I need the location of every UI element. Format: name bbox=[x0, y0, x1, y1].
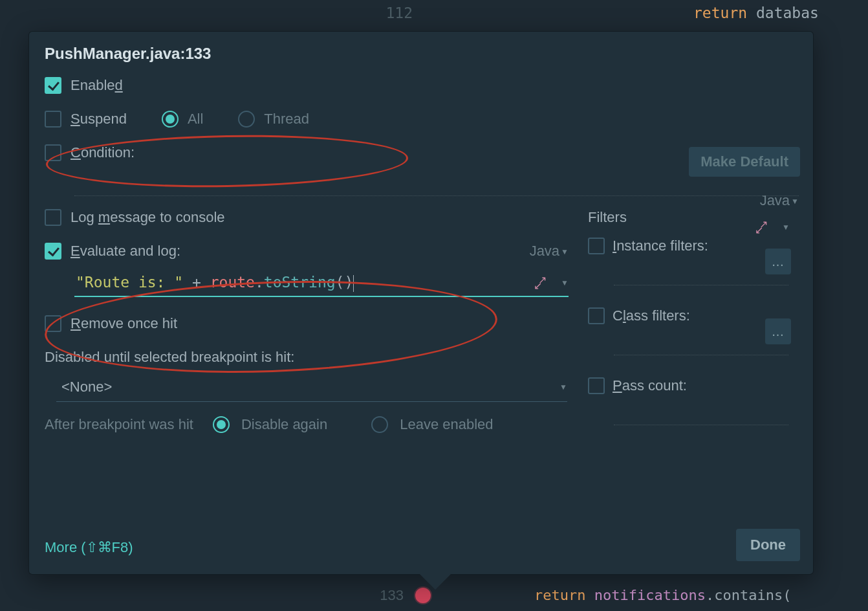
disable-again-label: Disable again bbox=[241, 416, 327, 433]
disabled-until-select[interactable]: <None> ▼ bbox=[56, 373, 567, 402]
expand-icon[interactable] bbox=[534, 276, 547, 289]
ellipsis-button[interactable]: … bbox=[765, 249, 791, 274]
pass-count-input[interactable] bbox=[614, 402, 788, 425]
evaluate-log-checkbox[interactable] bbox=[45, 243, 61, 260]
eval-language-dropdown[interactable]: Java▼ bbox=[530, 243, 569, 260]
line-number: 133 bbox=[374, 580, 404, 611]
pass-count-label: Pass count: bbox=[613, 377, 687, 394]
remove-once-hit-checkbox[interactable] bbox=[45, 315, 61, 332]
ellipsis-button[interactable]: … bbox=[765, 318, 791, 344]
instance-filters-label: Instance filters: bbox=[613, 238, 708, 254]
expand-icon[interactable] bbox=[755, 221, 768, 234]
disable-again-radio[interactable] bbox=[213, 416, 230, 433]
chevron-down-icon[interactable]: ▼ bbox=[782, 223, 790, 232]
line-number: 112 bbox=[374, 0, 413, 26]
after-hit-label: After breakpoint was hit bbox=[45, 416, 193, 433]
disabled-until-label: Disabled until selected breakpoint is hi… bbox=[45, 349, 569, 366]
class-filters-input[interactable]: … bbox=[614, 332, 788, 355]
leave-enabled-label: Leave enabled bbox=[400, 416, 493, 433]
more-link[interactable]: More (⇧⌘F8) bbox=[45, 539, 133, 556]
breakpoint-icon[interactable] bbox=[415, 588, 431, 603]
breakpoint-dialog: PushManager.java:133 Enabled Suspend All… bbox=[28, 31, 814, 575]
evaluate-log-label: Evaluate and log: bbox=[71, 243, 180, 260]
log-message-checkbox[interactable] bbox=[45, 209, 61, 226]
condition-input[interactable] bbox=[74, 173, 799, 196]
instance-filters-checkbox[interactable] bbox=[588, 238, 605, 254]
enabled-label: Enabled bbox=[71, 77, 123, 94]
suspend-label: Suspend bbox=[71, 111, 127, 128]
class-filters-label: Class filters: bbox=[613, 307, 690, 324]
gutter: 112 bbox=[374, 0, 413, 26]
pass-count-checkbox[interactable] bbox=[588, 377, 605, 394]
condition-checkbox[interactable] bbox=[45, 144, 61, 161]
class-filters-checkbox[interactable] bbox=[588, 307, 605, 324]
log-message-label: Log message to console bbox=[71, 209, 225, 226]
all-label: All bbox=[188, 111, 203, 128]
chevron-down-icon[interactable]: ▼ bbox=[561, 278, 569, 287]
enabled-checkbox[interactable] bbox=[45, 77, 61, 94]
leave-enabled-radio[interactable] bbox=[371, 416, 388, 433]
suspend-thread-radio[interactable] bbox=[238, 111, 255, 128]
none-value: <None> bbox=[56, 379, 112, 395]
condition-label: Condition: bbox=[71, 144, 135, 161]
suspend-all-radio[interactable] bbox=[162, 111, 179, 128]
code-line: return notifications.contains( bbox=[534, 580, 791, 611]
evaluate-expression-input[interactable]: "Route is: " + route.toString() bbox=[74, 271, 569, 297]
instance-filters-input[interactable]: … bbox=[614, 262, 788, 285]
done-button[interactable]: Done bbox=[736, 529, 800, 561]
dialog-title: PushManager.java:133 bbox=[45, 45, 797, 63]
thread-label: Thread bbox=[264, 111, 309, 128]
remove-once-hit-label: Remove once hit bbox=[71, 315, 177, 332]
chevron-down-icon: ▼ bbox=[559, 383, 567, 392]
suspend-checkbox[interactable] bbox=[45, 111, 61, 128]
